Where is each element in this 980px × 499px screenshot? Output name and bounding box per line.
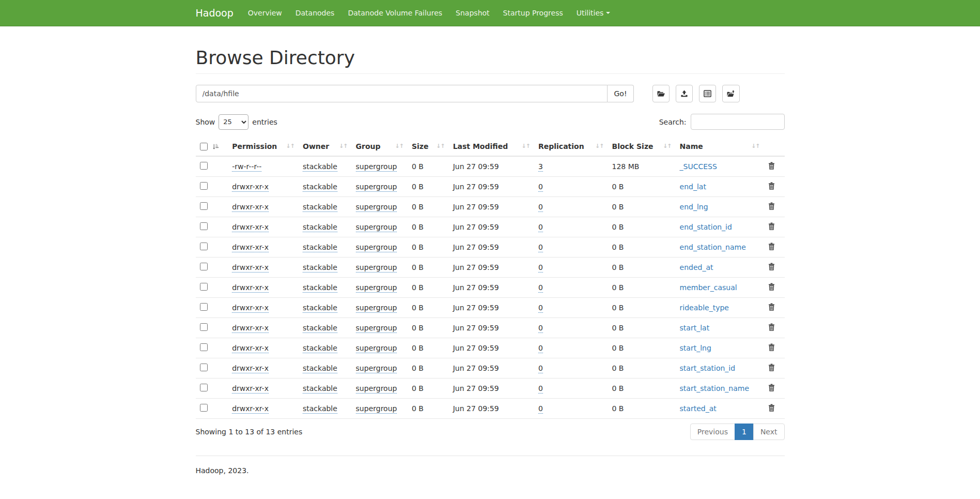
row-checkbox[interactable] — [200, 303, 208, 311]
delete-button[interactable] — [768, 222, 775, 232]
select-all-checkbox[interactable] — [200, 143, 208, 150]
column-header-replication[interactable]: Replication ↓↑ — [534, 137, 608, 156]
replication-value[interactable]: 0 — [538, 324, 543, 333]
permission-value[interactable]: drwxr-xr-x — [232, 364, 269, 373]
permission-value[interactable]: drwxr-xr-x — [232, 384, 269, 394]
permission-value[interactable]: drwxr-xr-x — [232, 344, 269, 353]
column-header-group[interactable]: Group ↓↑ — [352, 137, 408, 156]
column-header-name[interactable]: Name ↓↑ — [676, 137, 764, 156]
delete-button[interactable] — [768, 202, 775, 211]
file-name-link[interactable]: end_lng — [680, 203, 708, 211]
column-header-size[interactable]: Size ↓↑ — [408, 137, 449, 156]
permission-value[interactable]: drwxr-xr-x — [232, 223, 269, 232]
owner-value[interactable]: stackable — [303, 243, 337, 252]
nav-item-startup-progress[interactable]: Startup Progress — [496, 0, 570, 26]
pagination-previous[interactable]: Previous — [690, 424, 735, 440]
delete-button[interactable] — [768, 384, 775, 393]
delete-button[interactable] — [768, 263, 775, 272]
delete-button[interactable] — [768, 162, 775, 171]
row-checkbox[interactable] — [200, 222, 208, 230]
delete-button[interactable] — [768, 364, 775, 373]
file-name-link[interactable]: _SUCCESS — [680, 162, 717, 171]
permission-value[interactable]: drwxr-xr-x — [232, 263, 269, 273]
file-name-link[interactable]: member_casual — [680, 283, 737, 292]
replication-value[interactable]: 0 — [538, 384, 543, 394]
column-header-permission[interactable]: Permission ↓↑ — [228, 137, 299, 156]
nav-item-utilities[interactable]: Utilities — [570, 0, 617, 26]
row-checkbox[interactable] — [200, 283, 208, 291]
file-name-link[interactable]: end_station_name — [680, 243, 746, 251]
pagination-page-1[interactable]: 1 — [735, 424, 754, 440]
go-button[interactable]: Go! — [608, 85, 633, 102]
replication-value[interactable]: 0 — [538, 304, 543, 313]
permission-value[interactable]: drwxr-xr-x — [232, 243, 269, 252]
pagination-next[interactable]: Next — [753, 424, 785, 440]
replication-value[interactable]: 0 — [538, 404, 543, 414]
file-name-link[interactable]: end_station_id — [680, 223, 732, 231]
column-header-last-modified[interactable]: Last Modified ↓↑ — [449, 137, 534, 156]
owner-value[interactable]: stackable — [303, 223, 337, 232]
column-header-block-size[interactable]: Block Size ↓↑ — [608, 137, 675, 156]
owner-value[interactable]: stackable — [303, 364, 337, 373]
replication-value[interactable]: 0 — [538, 223, 543, 232]
replication-value[interactable]: 0 — [538, 364, 543, 373]
file-name-link[interactable]: start_lng — [680, 344, 711, 352]
group-value[interactable]: supergroup — [356, 364, 397, 373]
delete-button[interactable] — [768, 243, 775, 252]
file-name-link[interactable]: end_lat — [680, 183, 706, 191]
owner-value[interactable]: stackable — [303, 283, 337, 293]
group-value[interactable]: supergroup — [356, 223, 397, 232]
row-checkbox[interactable] — [200, 323, 208, 331]
row-checkbox[interactable] — [200, 343, 208, 351]
permission-value[interactable]: drwxr-xr-x — [232, 324, 269, 333]
owner-value[interactable]: stackable — [303, 183, 337, 192]
select-all-header[interactable] — [196, 137, 228, 156]
group-value[interactable]: supergroup — [356, 404, 397, 414]
nav-item-snapshot[interactable]: Snapshot — [449, 0, 496, 26]
nav-item-overview[interactable]: Overview — [241, 0, 289, 26]
owner-value[interactable]: stackable — [303, 344, 337, 353]
page-size-select[interactable]: 25 — [219, 114, 248, 130]
permission-value[interactable]: drwxr-xr-x — [232, 404, 269, 414]
replication-value[interactable]: 0 — [538, 203, 543, 212]
folder-open-button[interactable] — [652, 85, 670, 102]
group-value[interactable]: supergroup — [356, 304, 397, 313]
delete-button[interactable] — [768, 404, 775, 413]
group-value[interactable]: supergroup — [356, 283, 397, 293]
group-value[interactable]: supergroup — [356, 162, 397, 172]
owner-value[interactable]: stackable — [303, 162, 337, 172]
row-checkbox[interactable] — [200, 263, 208, 270]
delete-button[interactable] — [768, 283, 775, 292]
owner-value[interactable]: stackable — [303, 304, 337, 313]
file-name-link[interactable]: started_at — [680, 404, 717, 413]
row-checkbox[interactable] — [200, 202, 208, 210]
row-checkbox[interactable] — [200, 243, 208, 250]
permission-value[interactable]: -rw-r--r-- — [232, 162, 261, 172]
replication-value[interactable]: 0 — [538, 243, 543, 252]
permission-value[interactable]: drwxr-xr-x — [232, 183, 269, 192]
search-input[interactable] — [691, 114, 785, 130]
brand-link[interactable]: Hadoop — [196, 7, 241, 19]
permission-value[interactable]: drwxr-xr-x — [232, 304, 269, 313]
file-name-link[interactable]: start_station_id — [680, 364, 736, 372]
row-checkbox[interactable] — [200, 404, 208, 412]
delete-button[interactable] — [768, 303, 775, 312]
file-name-link[interactable]: ended_at — [680, 263, 713, 271]
owner-value[interactable]: stackable — [303, 384, 337, 394]
file-name-link[interactable]: start_station_name — [680, 384, 750, 392]
directory-path-input[interactable] — [196, 85, 608, 102]
replication-value[interactable]: 3 — [538, 162, 543, 172]
upload-button[interactable] — [676, 85, 693, 102]
column-header-owner[interactable]: Owner ↓↑ — [299, 137, 352, 156]
replication-value[interactable]: 0 — [538, 263, 543, 273]
delete-button[interactable] — [768, 343, 775, 353]
owner-value[interactable]: stackable — [303, 203, 337, 212]
group-value[interactable]: supergroup — [356, 203, 397, 212]
delete-button[interactable] — [768, 182, 775, 191]
row-checkbox[interactable] — [200, 384, 208, 391]
folder-upload-button[interactable] — [722, 85, 740, 102]
group-value[interactable]: supergroup — [356, 263, 397, 273]
owner-value[interactable]: stackable — [303, 263, 337, 273]
nav-item-datanodes[interactable]: Datanodes — [289, 0, 341, 26]
group-value[interactable]: supergroup — [356, 344, 397, 353]
